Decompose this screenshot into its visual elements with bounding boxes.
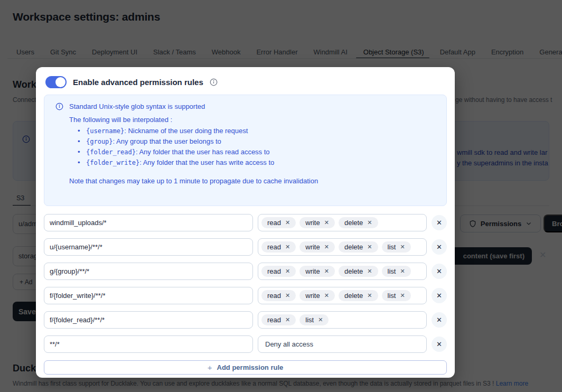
enable-advanced-rules-toggle[interactable]: [45, 76, 67, 88]
permission-tag-label: read: [267, 243, 281, 251]
interpolation-bullet-list: •{username} : Nickname of the user doing…: [78, 126, 438, 168]
interpolation-token: {username}: [86, 126, 124, 136]
bullet-dot: •: [78, 126, 86, 136]
permission-tag-read: read✕: [261, 314, 296, 325]
rule-permissions-box[interactable]: Deny all access: [258, 335, 427, 353]
bullet-dot: •: [78, 136, 86, 147]
plus-icon: +: [208, 363, 212, 371]
remove-rule-button[interactable]: ✕: [432, 288, 447, 303]
permission-tag-label: list: [388, 243, 396, 251]
bullet-dot: •: [78, 147, 86, 157]
permission-tag-list: list✕: [299, 314, 329, 325]
bullet-dot: •: [78, 157, 86, 168]
permission-tag-label: list: [305, 316, 314, 324]
permission-tag-delete: delete✕: [339, 241, 378, 253]
remove-permission-icon[interactable]: ✕: [324, 244, 329, 250]
interpolation-description: : Any group that the user belongs to: [113, 136, 221, 147]
remove-rule-button[interactable]: ✕: [432, 337, 447, 352]
permission-tag-label: write: [305, 292, 320, 300]
interpolation-description: : Nickname of the user doing the request: [124, 126, 248, 136]
permission-tag-label: write: [305, 267, 320, 275]
interpolation-description: : Any folder that the user has read acce…: [136, 147, 270, 157]
rule-permissions-box[interactable]: read✕write✕delete✕: [258, 214, 427, 231]
remove-permission-icon[interactable]: ✕: [285, 219, 290, 226]
info-icon: [210, 78, 218, 86]
interpolation-bullet: •{folder_write} : Any folder that the us…: [78, 157, 438, 168]
permission-tag-write: write✕: [299, 266, 335, 277]
remove-permission-icon[interactable]: ✕: [367, 244, 372, 250]
interpolation-bullet: •{group} : Any group that the user belon…: [78, 136, 438, 147]
interpolation-description: : Any folder that the user has write acc…: [139, 157, 274, 168]
remove-permission-icon[interactable]: ✕: [285, 292, 290, 299]
permission-tag-delete: delete✕: [339, 266, 378, 277]
rule-permissions-box[interactable]: read✕write✕delete✕list✕: [258, 238, 427, 256]
permission-tag-read: read✕: [261, 241, 296, 253]
permission-tag-list: list✕: [382, 241, 411, 253]
permission-tag-label: read: [267, 267, 281, 275]
permission-rule-row: read✕list✕✕: [44, 311, 447, 329]
remove-rule-button[interactable]: ✕: [432, 215, 447, 230]
permission-tag-delete: delete✕: [339, 290, 378, 301]
rule-path-input[interactable]: [44, 214, 253, 231]
rule-path-input[interactable]: [44, 263, 253, 280]
rule-permissions-box[interactable]: read✕write✕delete✕list✕: [258, 287, 427, 304]
remove-permission-icon[interactable]: ✕: [400, 244, 405, 250]
rule-path-input[interactable]: [44, 238, 253, 256]
remove-rule-button[interactable]: ✕: [432, 264, 447, 279]
remove-permission-icon[interactable]: ✕: [285, 316, 290, 323]
add-permission-rule-button[interactable]: + Add permission rule: [44, 360, 447, 375]
remove-permission-icon[interactable]: ✕: [367, 268, 372, 275]
advanced-permission-rules-modal: Enable advanced permission rules Standar…: [36, 67, 455, 378]
info-box-title: Standard Unix-style glob syntax is suppo…: [69, 102, 205, 110]
permission-tag-list: list✕: [382, 266, 411, 277]
remove-permission-icon[interactable]: ✕: [324, 292, 329, 299]
glob-syntax-info-box: Standard Unix-style glob syntax is suppo…: [44, 95, 447, 206]
permission-tag-delete: delete✕: [339, 217, 378, 228]
deny-all-access-label: Deny all access: [261, 340, 313, 348]
remove-permission-icon[interactable]: ✕: [400, 268, 405, 275]
permission-tag-read: read✕: [261, 217, 296, 228]
toggle-label: Enable advanced permission rules: [73, 78, 203, 87]
remove-permission-icon[interactable]: ✕: [324, 268, 329, 275]
rule-permissions-box[interactable]: read✕write✕delete✕list✕: [258, 263, 427, 280]
permission-tag-write: write✕: [299, 217, 335, 228]
permission-rule-row: Deny all access✕: [44, 335, 447, 353]
permission-tag-label: read: [267, 219, 281, 227]
interpolation-bullet: •{username} : Nickname of the user doing…: [78, 126, 438, 136]
permission-tag-read: read✕: [261, 266, 296, 277]
remove-permission-icon[interactable]: ✕: [400, 292, 405, 299]
toggle-knob: [55, 77, 65, 87]
permission-rule-row: read✕write✕delete✕list✕✕: [44, 238, 447, 256]
rule-path-input[interactable]: [44, 311, 253, 329]
interpolation-token: {folder_read}: [86, 147, 136, 157]
rule-path-input[interactable]: [44, 335, 253, 353]
info-box-intro: The following will be interpolated :: [69, 116, 438, 124]
permission-rule-row: read✕write✕delete✕✕: [44, 214, 447, 231]
permission-tag-label: delete: [344, 267, 363, 275]
permission-tag-list: list✕: [382, 290, 411, 301]
permission-rule-row: read✕write✕delete✕list✕✕: [44, 263, 447, 280]
remove-permission-icon[interactable]: ✕: [324, 219, 329, 226]
remove-rule-button[interactable]: ✕: [432, 239, 447, 255]
rule-path-input[interactable]: [44, 287, 253, 304]
toggle-row: Enable advanced permission rules: [45, 75, 446, 89]
permission-rule-row: read✕write✕delete✕list✕✕: [44, 287, 447, 304]
app-root: Workspace settings: admins UsersGit Sync…: [0, 0, 562, 392]
remove-permission-icon[interactable]: ✕: [318, 316, 323, 323]
interpolation-token: {folder_write}: [86, 157, 139, 168]
permission-tag-label: delete: [344, 243, 363, 251]
permission-tag-label: delete: [344, 292, 363, 300]
interpolation-bullet: •{folder_read} : Any folder that the use…: [78, 147, 438, 157]
remove-rule-button[interactable]: ✕: [432, 312, 447, 328]
permission-tag-label: list: [388, 292, 396, 300]
remove-permission-icon[interactable]: ✕: [367, 219, 372, 226]
rule-permissions-box[interactable]: read✕list✕: [258, 311, 427, 329]
remove-permission-icon[interactable]: ✕: [367, 292, 372, 299]
remove-permission-icon[interactable]: ✕: [285, 268, 290, 275]
permission-tag-label: write: [305, 243, 320, 251]
remove-permission-icon[interactable]: ✕: [285, 244, 290, 250]
permission-tag-write: write✕: [299, 290, 335, 301]
permission-tag-label: list: [388, 267, 396, 275]
permission-tag-label: read: [267, 292, 281, 300]
info-box-note: Note that changes may take up to 1 minut…: [69, 177, 438, 185]
